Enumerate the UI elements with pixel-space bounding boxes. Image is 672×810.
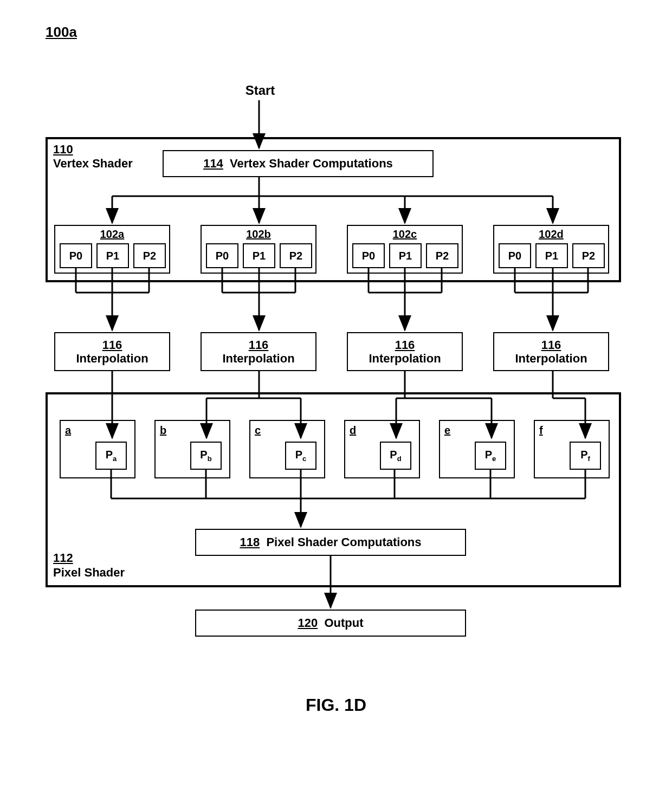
p-cell-p2: P2 <box>426 243 458 268</box>
vs-computations-ref: 114 <box>203 157 223 170</box>
p-cell-p0: P0 <box>206 243 238 268</box>
vs-group-ref: 102b <box>202 228 315 241</box>
p-cell-p0: P0 <box>352 243 385 268</box>
vs-group-102d: 102d P0 P1 P2 <box>493 225 609 274</box>
vs-computations-label: Vertex Shader Computations <box>230 157 393 170</box>
vs-group-ref: 102a <box>55 228 169 241</box>
interp-label: Interpolation <box>76 352 148 365</box>
interp-box-2: 116 Interpolation <box>347 332 463 371</box>
vs-group-ref: 102d <box>494 228 608 241</box>
pbox-d: d Pd <box>344 420 420 478</box>
pixel-shader-ref: 112 <box>53 551 73 565</box>
figure-id: 100a <box>46 24 77 41</box>
vertex-shader-header: 110 Vertex Shader <box>53 142 133 171</box>
output-ref: 120 <box>298 616 318 630</box>
pbox-val: Pc <box>285 442 316 470</box>
pbox-ref: c <box>255 424 261 437</box>
pbox-ref: f <box>539 424 543 437</box>
interp-ref: 116 <box>541 338 561 352</box>
pbox-val: Pb <box>190 442 222 470</box>
p-cell-p2: P2 <box>572 243 605 268</box>
pbox-val: Pf <box>570 442 601 470</box>
ps-computations-label: Pixel Shader Computations <box>266 535 421 549</box>
pbox-ref: b <box>160 424 166 437</box>
p-cell-p1: P1 <box>389 243 422 268</box>
pbox-b: b Pb <box>154 420 230 478</box>
p-cell-p2: P2 <box>280 243 312 268</box>
p-cell-p1: P1 <box>243 243 275 268</box>
ps-computations-box: 118 Pixel Shader Computations <box>195 529 466 556</box>
interp-box-1: 116 Interpolation <box>201 332 316 371</box>
interp-box-0: 116 Interpolation <box>54 332 170 371</box>
pbox-e: e Pe <box>439 420 515 478</box>
ps-computations-ref: 118 <box>240 535 260 549</box>
output-box: 120 Output <box>195 610 466 637</box>
interp-label: Interpolation <box>222 352 294 365</box>
pbox-f: f Pf <box>534 420 610 478</box>
p-cell-p1: P1 <box>535 243 568 268</box>
vs-group-102a: 102a P0 P1 P2 <box>54 225 170 274</box>
interp-ref: 116 <box>102 338 122 352</box>
figure-title: FIG. 1D <box>0 695 672 715</box>
interp-ref: 116 <box>249 338 269 352</box>
interp-box-3: 116 Interpolation <box>493 332 609 371</box>
p-cell-p0: P0 <box>499 243 531 268</box>
pbox-ref: d <box>350 424 356 437</box>
pbox-c: c Pc <box>249 420 325 478</box>
vertex-shader-label: Vertex Shader <box>53 157 133 170</box>
pbox-val: Pa <box>95 442 127 470</box>
pbox-a: a Pa <box>60 420 135 478</box>
vs-group-ref: 102c <box>348 228 462 241</box>
pbox-ref: e <box>444 424 450 437</box>
interp-ref: 116 <box>395 338 415 352</box>
vs-computations-box: 114 Vertex Shader Computations <box>163 150 434 177</box>
pixel-shader-header: 112 Pixel Shader <box>53 551 125 580</box>
vertex-shader-ref: 110 <box>53 142 73 156</box>
p-cell-p2: P2 <box>133 243 166 268</box>
pbox-val: Pe <box>475 442 506 470</box>
vs-group-102b: 102b P0 P1 P2 <box>201 225 316 274</box>
interp-label: Interpolation <box>515 352 587 365</box>
pixel-shader-label: Pixel Shader <box>53 566 125 579</box>
output-label: Output <box>324 616 363 630</box>
pbox-ref: a <box>65 424 71 437</box>
start-label: Start <box>238 83 282 98</box>
vs-group-102c: 102c P0 P1 P2 <box>347 225 463 274</box>
p-cell-p0: P0 <box>60 243 92 268</box>
pbox-val: Pd <box>380 442 411 470</box>
p-cell-p1: P1 <box>96 243 129 268</box>
interp-label: Interpolation <box>369 352 441 365</box>
